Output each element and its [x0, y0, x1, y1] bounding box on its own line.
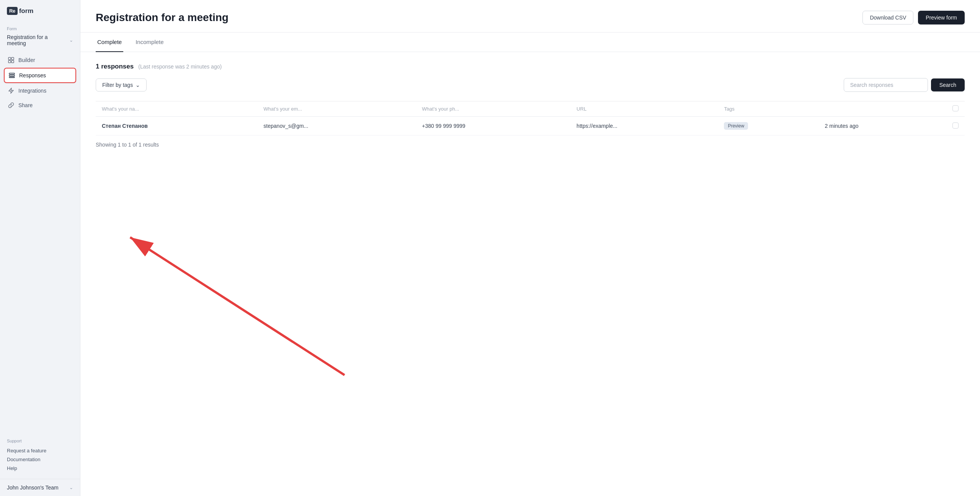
main-content: Registration for a meeting Download CSV … — [80, 0, 980, 496]
logo-area: Re form — [0, 0, 80, 20]
main-header: Registration for a meeting Download CSV … — [80, 0, 980, 33]
sidebar-item-builder[interactable]: Builder — [4, 53, 76, 67]
sidebar-item-builder-label: Builder — [18, 57, 35, 63]
cell-phone: +380 99 999 9999 — [416, 117, 570, 135]
link-icon — [8, 102, 15, 109]
list-icon — [8, 72, 15, 79]
cell-toggle — [946, 117, 965, 135]
cell-url: https://example... — [570, 117, 718, 135]
tag-badge: Preview — [724, 122, 748, 130]
col-phone: What's your ph... — [416, 101, 570, 117]
download-csv-button[interactable]: Download CSV — [862, 11, 913, 24]
col-time — [819, 101, 946, 117]
row-checkbox[interactable] — [952, 122, 959, 129]
cell-tags: Preview — [718, 117, 818, 135]
cell-name: Степан Степанов — [96, 117, 257, 135]
chevron-down-icon: ⌄ — [69, 38, 73, 43]
col-toggle — [946, 101, 965, 117]
svg-rect-2 — [8, 60, 11, 63]
svg-rect-3 — [11, 60, 14, 63]
team-name: John Johnson's Team — [7, 485, 68, 491]
responses-count: 1 responses — [96, 63, 134, 70]
responses-table: What's your na... What's your em... What… — [96, 101, 965, 135]
preview-form-button[interactable]: Preview form — [918, 11, 965, 24]
sidebar-item-responses[interactable]: Responses — [4, 68, 76, 83]
documentation-link[interactable]: Documentation — [7, 455, 73, 464]
form-selector[interactable]: Registration for a meeting ⌄ — [0, 33, 80, 52]
col-name: What's your na... — [96, 101, 257, 117]
svg-rect-1 — [11, 57, 14, 60]
svg-rect-4 — [9, 73, 15, 74]
logo-text: form — [19, 7, 34, 15]
support-label: Support — [7, 439, 73, 443]
sidebar-item-share-label: Share — [18, 102, 33, 108]
filter-label: Filter by tags — [102, 82, 133, 88]
request-feature-link[interactable]: Request a feature — [7, 446, 73, 455]
sidebar-item-share[interactable]: Share — [4, 98, 76, 112]
responses-time: (Last response was 2 minutes ago) — [138, 64, 222, 70]
content-area: 1 responses (Last response was 2 minutes… — [80, 52, 980, 496]
sidebar-nav: Builder Responses Integrations — [0, 52, 80, 114]
table-body: Степан Степанов stepanov_s@gm... +380 99… — [96, 117, 965, 135]
svg-rect-0 — [8, 57, 11, 60]
showing-text: Showing 1 to 1 of 1 results — [96, 142, 965, 148]
sidebar-bottom: Support Request a feature Documentation … — [0, 432, 80, 479]
svg-rect-6 — [9, 77, 15, 78]
header-actions: Download CSV Preview form — [862, 11, 965, 24]
page-title: Registration for a meeting — [96, 11, 229, 24]
responses-summary: 1 responses (Last response was 2 minutes… — [96, 63, 965, 70]
form-section-label: Form — [0, 20, 80, 33]
form-selector-name: Registration for a meeting — [7, 34, 68, 46]
col-url: URL — [570, 101, 718, 117]
sidebar-item-integrations[interactable]: Integrations — [4, 84, 76, 98]
search-area: Search — [844, 78, 965, 92]
col-tags: Tags — [718, 101, 818, 117]
logo-box: Re — [7, 7, 18, 15]
sidebar-item-integrations-label: Integrations — [18, 88, 46, 94]
tabs-bar: Complete Incomplete — [80, 33, 980, 52]
team-selector[interactable]: John Johnson's Team ⌄ — [0, 479, 80, 496]
search-button[interactable]: Search — [931, 78, 965, 91]
filter-by-tags-button[interactable]: Filter by tags ⌄ — [96, 78, 147, 91]
sidebar: Re form Form Registration for a meeting … — [0, 0, 80, 496]
sidebar-item-responses-label: Responses — [19, 72, 46, 78]
search-responses-input[interactable] — [844, 78, 928, 92]
cell-time: 2 minutes ago — [819, 117, 946, 135]
toolbar: Filter by tags ⌄ Search — [96, 78, 965, 92]
cell-email: stepanov_s@gm... — [257, 117, 416, 135]
filter-chevron-icon: ⌄ — [136, 82, 140, 88]
bolt-icon — [8, 87, 15, 94]
grid-icon — [8, 57, 15, 64]
help-link[interactable]: Help — [7, 464, 73, 473]
team-chevron-down-icon: ⌄ — [69, 485, 73, 490]
table-row[interactable]: Степан Степанов stepanov_s@gm... +380 99… — [96, 117, 965, 135]
col-email: What's your em... — [257, 101, 416, 117]
table-header: What's your na... What's your em... What… — [96, 101, 965, 117]
svg-rect-5 — [9, 75, 15, 76]
tab-complete[interactable]: Complete — [96, 33, 123, 52]
select-all-checkbox[interactable] — [952, 105, 959, 111]
tab-incomplete[interactable]: Incomplete — [134, 33, 165, 52]
